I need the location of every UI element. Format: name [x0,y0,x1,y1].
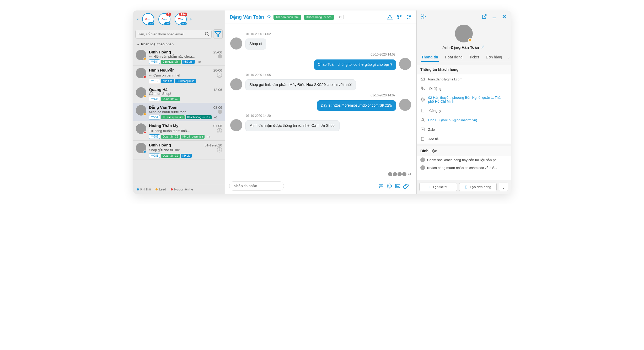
create-order-button[interactable]: Tạo đơn hàng [459,183,497,191]
prev-account[interactable] [135,17,140,21]
svg-point-5 [268,16,268,16]
emoji-button[interactable] [387,183,392,189]
tag[interactable]: Khó tính [161,79,174,83]
profile-avatar[interactable] [455,25,473,42]
message-bubble[interactable]: Mình đã nhận được thông tin rồi nhé. Cảm… [245,120,340,131]
tag[interactable]: Quan tâm C2 [161,154,180,158]
tag[interactable]: KH cần quan tâm [161,115,185,119]
info-address[interactable]: 02 Hàn thuyên, phường Bến Nghé, quận 1, … [417,93,511,106]
mini-avatar [218,110,222,114]
popout-button[interactable] [481,14,487,19]
conv-name: Hoàng Thảo My [149,123,178,128]
conv-preview: Cảm ơn bạn nhé! [153,73,215,77]
panel-tab[interactable]: Thông tin [421,53,439,62]
filter-button[interactable] [213,29,223,39]
conv-preview: Shop gửi cho tui link ... [149,148,215,152]
tag[interactable]: Quan tâm C2 [161,97,180,101]
search-row [133,28,225,40]
message-link[interactable]: https://loremipsumdolor.com/SKC29/ [333,103,392,107]
more-tags[interactable]: +1 [213,115,219,119]
svg-rect-24 [421,109,424,112]
assign-icon[interactable] [217,128,222,133]
account-item[interactable]: OnlineZalo3 [158,13,170,25]
info-source[interactable]: Zalo [417,125,511,134]
assign-icon[interactable] [217,73,222,78]
transfer-button[interactable] [396,14,402,20]
refresh-icon [406,14,412,20]
info-email[interactable]: toan.dang@gmail.com [417,74,511,84]
comment-item[interactable]: Khách hàng muốn nhắn tin chăm sóc về điề… [417,164,511,172]
conversation-item[interactable]: Bình Hoàng01-12-2020 Shop gửi cho tui li… [133,141,225,160]
search-button[interactable] [204,31,210,37]
settings-button[interactable] [420,14,426,19]
tag[interactable]: KH cần quan tâm [181,135,205,139]
message-timestamp: 01-10-2020 14:20 [246,114,411,118]
conversation-item[interactable]: Bình Hoàng25-06 ↩Hiện sản phẩm này chưa.… [133,48,225,66]
tag-code[interactable]: ***912 [149,79,160,83]
tag[interactable]: Khách hàng ưu tiên [186,115,212,119]
next-account[interactable] [189,17,194,21]
message-bubble[interactable]: Chào Toàn, chúng tôi có thể giúp gì cho … [314,59,396,70]
tabs-next[interactable]: › [508,55,510,59]
close-button[interactable] [501,14,507,19]
message-input[interactable] [229,181,284,191]
tag[interactable]: KH vip [181,154,192,158]
profile-block: Anh Đặng Văn Toàn [417,23,511,53]
tag-icon[interactable] [267,15,271,20]
user-icon [420,118,425,122]
panel-tab[interactable]: Đơn hàng [485,53,503,62]
tag[interactable]: Hỏi không mua [175,79,196,83]
message-bubble[interactable]: Shop ơi [245,39,266,50]
info-owner[interactable]: Hoc Bui (hoc.bui@onlinecrm.vn) [417,115,511,125]
header-more-tags[interactable]: +1 [337,15,344,19]
refresh-button[interactable] [406,14,412,20]
header-pill[interactable]: Khách hàng ưu tiên [304,15,334,20]
conversation-item[interactable]: Hạnh Nguyễn20-06 ↩Cảm ơn bạn nhé! ***912… [133,66,225,85]
more-tags[interactable]: +6 [206,135,212,139]
info-desc[interactable]: -Mô tả- [417,134,511,144]
image-button[interactable] [395,183,401,189]
chevron-right-icon [189,17,194,21]
create-ticket-button[interactable]: +Tạo ticket [419,183,457,191]
more-actions-button[interactable]: ⋮ [499,183,508,191]
search-icon [204,31,210,37]
header-pill[interactable]: KH cần quan tâm [273,15,301,20]
minimize-button[interactable] [491,14,497,19]
comment-item[interactable]: Chăm sóc khách hàng này cần tài liệu sản… [417,156,511,164]
assign-icon[interactable] [217,147,222,152]
tag-code[interactable]: ***134 [149,97,160,101]
tag-code[interactable]: ***184 [149,59,160,64]
tag[interactable]: Cần quan tâm [161,60,181,64]
account-item[interactable]: OnlineZalo [142,13,154,25]
warning-button[interactable] [387,14,393,20]
account-item[interactable]: WorkZalo99+ [175,13,187,25]
svg-point-4 [219,149,220,150]
svg-point-2 [219,74,220,75]
chat-contact-name[interactable]: Đặng Văn Toàn [230,14,264,20]
classify-toggle[interactable]: Phân loại theo nhãn [133,40,225,48]
chat-body[interactable]: 01-10-2020 14:02Shop ơi01-10-2020 14:03C… [225,24,416,171]
tag-code[interactable]: ***282 [149,134,160,139]
message-bubble[interactable]: Đây ạ: https://loremipsumdolor.com/SKC29… [317,100,396,111]
info-company[interactable]: -Công ty- [417,106,511,115]
conversation-item[interactable]: Đặng Văn Toàn08-06 Mình đã nhận được thô… [133,103,225,121]
panel-tab[interactable]: Hoạt động [444,53,463,62]
conv-time: 12-06 [213,88,222,92]
edit-name-button[interactable] [481,45,485,50]
search-input[interactable] [135,30,212,39]
info-phone[interactable]: -Di động- [417,84,511,93]
tag[interactable]: Quan tâm C2 [161,135,180,139]
conversation-item[interactable]: Hoàng Thảo My01-06 Tui đang muốn tham kh… [133,121,225,141]
message-bubble[interactable]: Shop gửi link sản phẩm Máy Điều Hòa SKC2… [245,79,356,90]
tag-code[interactable]: ***251 [149,115,160,119]
more-tags[interactable]: +9 [196,60,202,64]
quick-reply-button[interactable] [378,183,384,189]
tag[interactable]: Khó tính [182,60,195,64]
external-icon [481,14,487,19]
tag-code[interactable]: ***981 [149,154,160,158]
attach-button[interactable] [403,183,409,189]
conv-name: Bình Hoàng [149,143,171,147]
conversation-item[interactable]: Quang Hà12-06 Cảm ơn Shop! ***134Quan tâ… [133,85,225,103]
panel-tab[interactable]: Ticket [469,53,480,62]
message-timestamp: 01-10-2020 14:07 [230,94,395,97]
